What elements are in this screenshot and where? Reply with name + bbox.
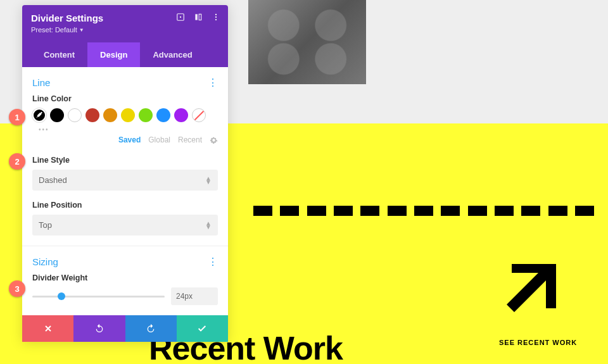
svg-point-6 [215,19,217,20]
arrow-graphic [500,256,570,322]
chevron-updown-icon: ▲▼ [205,222,212,229]
tab-content[interactable]: Content [31,42,87,67]
palette-filters: Saved Global Recent [32,135,218,144]
wireframe-icon[interactable] [194,13,203,22]
callout-2: 2 [9,153,25,170]
undo-button[interactable] [73,315,125,342]
svg-point-5 [215,16,217,18]
section-divider [22,246,228,246]
slider-thumb[interactable] [58,292,65,300]
more-colors-icon[interactable]: ••• [39,126,218,133]
line-position-select[interactable]: Top ▲▼ [32,215,218,235]
swatch-none[interactable] [192,108,206,122]
swatch-purple[interactable] [174,108,188,122]
weight-slider[interactable] [32,296,165,298]
settings-panel: Divider Settings Preset: Default ▼ Conte… [22,5,228,342]
filter-global[interactable]: Global [148,135,170,144]
tab-advanced[interactable]: Advanced [140,42,205,67]
gear-icon[interactable] [210,136,218,144]
svg-rect-3 [199,14,201,20]
more-icon[interactable] [212,13,220,22]
panel-footer [22,315,228,342]
panel-header[interactable]: Divider Settings Preset: Default ▼ Conte… [22,5,228,67]
sample-image [248,0,366,84]
preset-selector[interactable]: Preset: Default ▼ [31,26,84,34]
close-button[interactable] [22,315,73,342]
tab-design[interactable]: Design [87,42,140,67]
line-style-select[interactable]: Dashed ▲▼ [32,170,218,191]
svg-rect-2 [195,14,198,20]
section-line-menu-icon[interactable]: ⋮ [208,78,218,88]
line-position-label: Line Position [32,201,218,210]
line-color-label: Line Color [32,94,218,103]
weight-value-input[interactable]: 24px [171,287,218,305]
section-sizing-title[interactable]: Sizing [32,256,58,267]
cta-text[interactable]: SEE RECENT WORK [499,339,577,346]
section-line-title[interactable]: Line [32,77,50,88]
save-button[interactable] [177,315,228,342]
filter-recent[interactable]: Recent [178,135,202,144]
callout-3: 3 [9,280,25,297]
callout-1: 1 [9,109,25,125]
line-style-label: Line Style [32,156,218,165]
chevron-updown-icon: ▲▼ [205,177,212,184]
swatch-blue[interactable] [156,108,170,122]
filter-saved[interactable]: Saved [118,135,141,144]
swatch-black[interactable] [50,108,64,122]
svg-point-4 [215,14,217,15]
divider-weight-label: Divider Weight [32,273,218,282]
color-swatches [32,108,218,122]
responsive-icon[interactable] [176,13,185,22]
tabs: Content Design Advanced [31,42,219,67]
section-sizing-menu-icon[interactable]: ⋮ [208,257,218,267]
swatch-yellow[interactable] [121,108,135,122]
swatch-picker[interactable] [32,108,46,122]
swatch-red[interactable] [86,108,99,122]
swatch-white[interactable] [68,108,82,122]
panel-body: Line ⋮ Line Color ••• Saved Global Recen… [22,67,228,305]
swatch-green[interactable] [139,108,153,122]
divider-preview [253,206,594,221]
svg-point-1 [180,16,181,18]
swatch-orange[interactable] [103,108,117,122]
redo-button[interactable] [125,315,177,342]
